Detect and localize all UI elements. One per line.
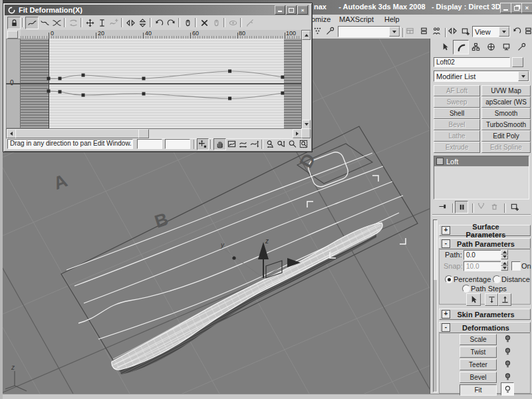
percentage-radio[interactable] <box>445 275 453 283</box>
tab-motion[interactable] <box>483 40 498 53</box>
rollout-toggle[interactable]: - <box>442 239 450 248</box>
rollout-toggle[interactable]: + <box>442 310 450 319</box>
keyboard-override-icon[interactable] <box>324 25 336 37</box>
twist-bulb-icon[interactable] <box>503 347 512 356</box>
modifier-enable-icon[interactable] <box>436 158 444 165</box>
configure-modifier-sets-icon[interactable] <box>508 201 520 212</box>
fit-deformation-button[interactable]: Fit <box>460 384 497 396</box>
loft-path-rectangle <box>61 126 418 371</box>
rollout-toggle[interactable]: - <box>442 323 450 332</box>
object-color-swatch[interactable] <box>512 57 523 67</box>
fit-bulb-frame[interactable] <box>501 382 514 396</box>
snap-spinner[interactable] <box>501 261 508 271</box>
zoom-region-icon[interactable] <box>298 139 309 150</box>
snap-on-checkbox[interactable] <box>511 261 521 271</box>
zoom-extents-icon[interactable] <box>226 139 237 150</box>
panel-scrollbar[interactable] <box>433 219 438 392</box>
rollout-toggle[interactable]: + <box>442 226 450 235</box>
modifier-button[interactable]: Smooth <box>481 108 531 119</box>
menu-maxscript[interactable]: MAXScript <box>339 15 374 23</box>
curve-edit-window[interactable]: 0 <box>6 39 301 128</box>
minimize-button[interactable] <box>500 3 511 13</box>
modifier-list-dropdown[interactable]: Modifier List <box>434 70 529 82</box>
object-name-field[interactable]: Loft02 <box>434 57 510 67</box>
mirror-horizontally-icon[interactable] <box>124 17 136 29</box>
scroll-up-icon[interactable] <box>302 31 311 40</box>
delete-control-point-icon[interactable] <box>198 17 210 29</box>
modifier-button[interactable]: Edit Poly <box>481 130 531 142</box>
vertical-scrollbar[interactable] <box>301 30 311 130</box>
previous-shape-icon[interactable] <box>485 293 498 306</box>
schematic-view-icon[interactable] <box>430 25 442 37</box>
zoom-horizontal-icon[interactable] <box>265 139 276 150</box>
bevel-bulb-icon[interactable] <box>503 372 512 381</box>
dialog-minimize-button[interactable] <box>275 5 285 15</box>
delete-curve-icon[interactable] <box>182 17 194 29</box>
scrollbar-thumb[interactable] <box>15 129 140 138</box>
scrollbar-thumb-grip[interactable] <box>138 129 149 138</box>
coord-x-field[interactable] <box>137 139 162 149</box>
teeter-bulb-icon[interactable] <box>503 360 512 368</box>
mirror-icon[interactable] <box>446 25 458 37</box>
path-value-field[interactable]: 0.0 <box>464 250 501 260</box>
make-symmetrical-icon[interactable] <box>7 17 21 29</box>
pan-icon[interactable] <box>213 138 226 150</box>
distance-radio[interactable] <box>493 275 501 283</box>
zoom-vertical-extents-icon[interactable] <box>249 139 260 150</box>
pan-lock-icon[interactable] <box>197 138 209 150</box>
dialog-close-button[interactable]: × <box>297 5 308 15</box>
twist-deformation-button[interactable]: Twist <box>460 346 497 358</box>
display-x-axis-icon[interactable] <box>25 17 39 29</box>
snap-dots-icon[interactable] <box>311 25 323 37</box>
scale-control-point-icon[interactable] <box>96 17 108 29</box>
coord-y-field[interactable] <box>165 139 190 149</box>
teeter-deformation-button[interactable]: Teeter <box>460 359 497 370</box>
named-selection-sets-dropdown[interactable] <box>338 26 400 37</box>
display-xy-axes-icon[interactable] <box>51 17 63 29</box>
align-icon[interactable] <box>459 25 471 37</box>
rollout-skin-parameters[interactable]: + Skin Parameters <box>439 309 531 320</box>
layer-manager-icon[interactable] <box>418 25 430 37</box>
show-end-result-icon[interactable] <box>455 201 468 213</box>
zoom-horizontal-extents-icon[interactable] <box>237 139 249 150</box>
menu-help[interactable]: Help <box>384 15 400 23</box>
restore-button[interactable] <box>511 3 522 13</box>
scroll-down-icon[interactable] <box>302 120 311 129</box>
move-control-point-icon[interactable] <box>84 17 96 29</box>
path-spinner[interactable] <box>501 249 508 259</box>
pin-stack-icon[interactable] <box>436 201 448 212</box>
bevel-deformation-button[interactable]: Bevel <box>460 372 497 383</box>
scale-deformation-button[interactable]: Scale <box>460 334 497 345</box>
zoom-icon[interactable] <box>287 139 298 150</box>
tab-hierarchy[interactable] <box>468 40 483 53</box>
dialog-maximize-button[interactable] <box>286 5 297 15</box>
next-shape-icon[interactable] <box>498 293 511 306</box>
tab-utilities[interactable] <box>514 40 529 53</box>
close-button[interactable]: × <box>521 3 532 13</box>
use-pivot-center-icon[interactable] <box>511 25 523 37</box>
rotate-90-ccw-icon[interactable] <box>153 17 165 29</box>
pick-shape-icon[interactable] <box>466 293 481 306</box>
rollout-surface-parameters[interactable]: + Surface Parameters <box>439 225 531 236</box>
menu-customize[interactable]: omize <box>311 15 331 23</box>
modifier-button[interactable]: apScaler (WS <box>481 96 531 108</box>
scroll-right-icon[interactable] <box>293 129 302 138</box>
modifier-button[interactable]: TurboSmooth <box>481 119 531 130</box>
modifier-button[interactable]: UVW Map <box>481 85 531 96</box>
mirror-vertically-icon[interactable] <box>136 17 148 29</box>
scale-bulb-icon[interactable] <box>503 334 512 343</box>
tab-display[interactable] <box>499 40 513 53</box>
modifier-button[interactable]: Shell <box>434 108 480 119</box>
stack-item-loft[interactable]: Loft <box>434 156 529 166</box>
path-steps-radio[interactable] <box>462 285 470 293</box>
display-y-axis-icon[interactable] <box>39 17 51 29</box>
dialog-title-bar[interactable]: Fit Deformation(X) × <box>5 5 309 15</box>
reference-coordinate-dropdown[interactable]: View <box>472 26 510 37</box>
zoom-vertical-icon[interactable] <box>275 139 287 150</box>
tab-create[interactable] <box>438 40 452 53</box>
scroll-left-icon[interactable] <box>7 129 16 138</box>
fit-bulb-icon[interactable] <box>503 385 512 394</box>
tab-modify[interactable] <box>453 40 469 55</box>
select-and-manipulate-icon[interactable] <box>522 25 532 37</box>
rotate-90-cw-icon[interactable] <box>165 17 177 29</box>
